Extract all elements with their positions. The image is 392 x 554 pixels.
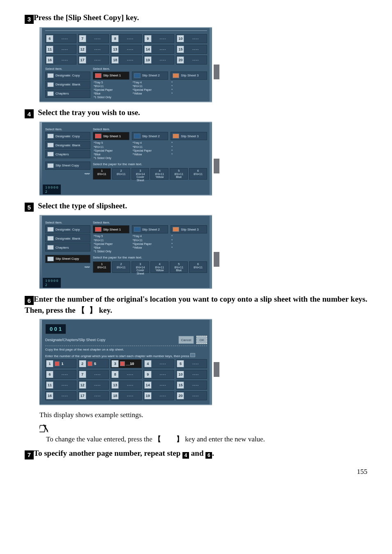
grid-cell[interactable]: 15---- <box>176 45 207 54</box>
note-text: To change the value entered, press the 【… <box>46 434 367 444</box>
grid-cell[interactable]: 11---- <box>45 381 76 390</box>
grid-cell[interactable]: 4---- <box>143 359 175 368</box>
counter-display: 1 0 0 0 02 <box>43 278 61 288</box>
grid-cell[interactable]: 16---- <box>45 391 76 400</box>
select-paper-label: Select the paper for the main text. <box>93 255 207 260</box>
select-paper-label: Select the paper for the main text. <box>93 162 207 167</box>
slip-sheet-3-btn[interactable]: Slip Sheet 3 <box>171 132 207 140</box>
tray-1-btn[interactable]: 18½×11 <box>93 261 111 273</box>
grid-cell[interactable]: 10---- <box>176 370 207 379</box>
grid-cell[interactable]: 10---- <box>176 34 207 43</box>
screenshot-3: Select item. Designate: Copy Designate: … <box>39 215 212 289</box>
tray-6-btn[interactable]: 68½×11 <box>189 168 207 180</box>
tray-2-btn[interactable]: 28½×11 <box>112 261 130 273</box>
grid-cell[interactable]: 19---- <box>143 55 175 65</box>
slip-sheet-1-btn[interactable]: Slip Sheet 1 <box>93 225 129 233</box>
select-item-label: Select item. <box>93 127 129 132</box>
ok-button[interactable]: OK <box>196 336 207 344</box>
step-4-text: Select the tray you wish to use. <box>38 108 140 117</box>
grid-cell[interactable]: 18---- <box>111 391 142 400</box>
grid-cell[interactable]: 16---- <box>45 55 76 65</box>
grid-cell[interactable]: 14---- <box>143 381 175 390</box>
slip-sheet-1-btn[interactable]: Slip Sheet 1 <box>93 72 129 80</box>
grid-cell[interactable]: 5---- <box>176 359 207 368</box>
tray-1-btn[interactable]: 18½×11 <box>93 168 111 180</box>
slip-sheet-3-btn[interactable]: Slip Sheet 3 <box>171 225 207 233</box>
grid-cell[interactable]: 9---- <box>143 34 175 43</box>
screenshot-1: 6---- 7---- 8---- 9---- 10---- 11---- 12… <box>39 27 212 102</box>
slip-sheet-2-info: *Tray 4*8½×11*Special Paper*Yellow <box>132 141 168 156</box>
chapter-1-cell[interactable]: 1 1 <box>45 359 76 368</box>
slip-sheet-copy-btn[interactable]: Slip Sheet Copy <box>45 162 90 170</box>
designate-blank-btn[interactable]: Designate: Blank <box>45 141 90 149</box>
tray-3-btn[interactable]: 38½×14Cover Sheet <box>131 261 150 273</box>
designate-copy-btn[interactable]: Designate: Copy <box>45 225 90 233</box>
grid-cell[interactable]: 6---- <box>45 34 76 43</box>
designate-copy-btn[interactable]: Designate: Copy <box>45 72 90 80</box>
screenshot-4: 0 0 1 Designate/Chapters/Slip Sheet Copy… <box>39 319 212 405</box>
ref-step-4: 4 <box>182 452 189 459</box>
grid-cell[interactable]: 7---- <box>78 370 109 379</box>
slip-sheet-3-btn[interactable]: Slip Sheet 3 <box>171 72 207 80</box>
grid-cell[interactable]: 17---- <box>78 391 109 400</box>
tray-4-btn[interactable]: 48½×11Yellow <box>150 261 168 273</box>
slip-sheet-2-btn[interactable]: Slip Sheet 2 <box>132 132 168 140</box>
chapter-2-cell[interactable]: 2 5 <box>78 359 109 368</box>
grid-cell[interactable]: 15---- <box>176 381 207 390</box>
cancel-button[interactable]: Cancel <box>178 336 194 344</box>
step-5-text: Select the type of slipsheet. <box>38 201 127 210</box>
grid-cell[interactable]: 18---- <box>111 55 142 65</box>
grid-cell[interactable]: 11---- <box>45 45 76 54</box>
ref-step-6: 6 <box>205 452 212 459</box>
grid-cell[interactable]: 8---- <box>111 370 142 379</box>
svg-marker-2 <box>46 431 48 432</box>
grid-cell[interactable]: 8---- <box>111 34 142 43</box>
chapters-btn[interactable]: Chapters <box>45 150 90 158</box>
tray-5-btn[interactable]: 58½×11Blue <box>170 168 188 180</box>
tray-6-btn[interactable]: 68½×11 <box>189 261 207 273</box>
grid-cell[interactable]: 6---- <box>45 370 76 379</box>
grid-cell[interactable]: 17---- <box>78 55 109 65</box>
slip-sheet-1-btn[interactable]: Slip Sheet 1 <box>93 132 129 140</box>
grid-cell[interactable]: 19---- <box>143 391 175 400</box>
designate-copy-btn[interactable]: Designate: Copy <box>45 132 90 140</box>
grid-cell[interactable]: 13---- <box>111 45 142 54</box>
grid-cell[interactable]: 7---- <box>78 34 109 43</box>
chapters-btn[interactable]: Chapters <box>45 243 90 252</box>
step-6-text: Enter the number of the original's locat… <box>25 295 367 315</box>
example-settings-text: This display shows example settings. <box>39 411 367 419</box>
designate-blank-btn[interactable]: Designate: Blank <box>45 234 90 242</box>
grid-cell[interactable]: 20---- <box>176 55 207 65</box>
tilde-icon: 〰 <box>85 171 90 177</box>
slip-sheet-copy-btn[interactable]: Slip Sheet Copy <box>45 255 90 263</box>
slip-sheet-3-info: **** <box>171 81 207 95</box>
grid-cell[interactable]: 9---- <box>143 370 175 379</box>
slip-sheet-1-info: *Tray 5*8½×11*Special Paper*Blue*1 Sided… <box>93 141 129 159</box>
step-7-num: 7 <box>25 450 34 459</box>
step-6-num: 6 <box>25 296 34 305</box>
step-3-key: [Slip Sheet Copy] <box>66 13 124 22</box>
page-number: 155 <box>25 468 367 476</box>
grid-cell[interactable]: 12---- <box>78 381 109 390</box>
tray-5-btn[interactable]: 58½×11Blue <box>170 261 188 273</box>
tray-2-btn[interactable]: 28½×11 <box>112 168 130 180</box>
grid-cell[interactable]: 12---- <box>78 45 109 54</box>
and-text: and <box>189 449 205 457</box>
designate-blank-btn[interactable]: Designate: Blank <box>45 81 90 89</box>
slip-sheet-2-btn[interactable]: Slip Sheet 2 <box>132 225 168 233</box>
step-5-num: 5 <box>25 203 34 212</box>
select-item-label: Select item. <box>45 220 90 225</box>
grid-cell[interactable]: 13---- <box>111 381 142 390</box>
grid-cell[interactable]: 14---- <box>143 45 175 54</box>
step-7-text: To specify another page number, repeat s… <box>34 449 182 457</box>
dot: . <box>212 449 214 457</box>
slip-sheet-2-btn[interactable]: Slip Sheet 2 <box>132 72 168 80</box>
tray-3-btn[interactable]: 38½×14Cover Sheet <box>131 168 150 180</box>
note-icon <box>39 424 48 433</box>
instruction-line-1: Copy the first page of the next chapter … <box>45 348 207 352</box>
chapters-btn[interactable]: Chapters <box>45 90 90 98</box>
chapter-3-cell[interactable]: 3__10 <box>111 359 142 368</box>
grid-cell[interactable]: 20---- <box>176 391 207 400</box>
dialog-title: Designate/Chapters/Slip Sheet Copy <box>45 338 176 342</box>
tray-4-btn[interactable]: 48½×11Yellow <box>150 168 168 180</box>
